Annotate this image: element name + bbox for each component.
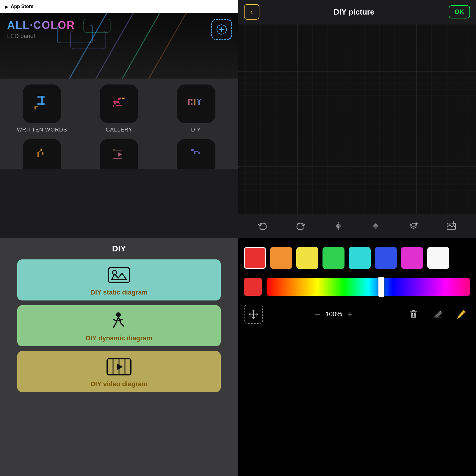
svg-rect-19 xyxy=(41,103,43,105)
diy-panel-title: DIY xyxy=(112,244,126,253)
swatch-magenta[interactable] xyxy=(401,247,423,269)
swatch-red[interactable] xyxy=(244,247,266,269)
swatch-white[interactable] xyxy=(427,247,449,269)
svg-rect-37 xyxy=(124,98,125,99)
icon-clock[interactable] xyxy=(160,139,232,169)
svg-rect-39 xyxy=(118,98,120,100)
color-swatches xyxy=(244,244,470,272)
svg-rect-55 xyxy=(198,103,200,105)
diy-static-icon xyxy=(107,265,131,286)
import-button[interactable] xyxy=(444,218,459,234)
svg-rect-71 xyxy=(197,151,198,152)
eraser-button[interactable] xyxy=(428,305,446,323)
diy-dynamic-label: DIY dynamic diagram xyxy=(86,334,152,342)
layers-button[interactable] xyxy=(406,218,421,234)
wifi-icon: ▶ xyxy=(5,4,8,10)
partial-icons-grid xyxy=(0,139,238,169)
icon-gallery-label: GALLERY xyxy=(106,127,132,133)
redo-button[interactable] xyxy=(293,218,308,234)
svg-rect-66 xyxy=(191,149,192,151)
svg-rect-33 xyxy=(120,105,122,106)
svg-rect-42 xyxy=(188,102,190,103)
zoom-in-button[interactable]: + xyxy=(347,309,353,320)
status-bar: ▶ App Store xyxy=(0,0,238,13)
zoom-out-button[interactable]: − xyxy=(315,309,320,320)
svg-rect-14 xyxy=(41,98,43,99)
back-icon: ‹ xyxy=(250,7,253,17)
icon-written-words[interactable]: WRITTEN WORDS xyxy=(6,84,78,133)
swatch-green[interactable] xyxy=(322,247,345,269)
bottom-toolbar: − 100% + xyxy=(244,302,470,327)
delete-button[interactable] xyxy=(405,305,422,323)
svg-rect-49 xyxy=(194,102,195,103)
bottom-right-panel: − 100% + xyxy=(238,238,476,476)
svg-rect-54 xyxy=(198,102,200,103)
svg-rect-67 xyxy=(192,149,194,151)
svg-rect-13 xyxy=(43,96,45,98)
svg-rect-58 xyxy=(37,155,39,157)
svg-rect-59 xyxy=(39,151,40,152)
swatch-blue[interactable] xyxy=(375,247,397,269)
svg-rect-44 xyxy=(190,99,191,100)
pixel-canvas[interactable] xyxy=(238,24,476,214)
diy-video-icon xyxy=(106,356,132,377)
svg-rect-18 xyxy=(39,103,41,105)
svg-rect-51 xyxy=(197,99,198,100)
icon-gallery[interactable]: GALLERY xyxy=(83,84,155,133)
spectrum-handle[interactable] xyxy=(378,277,384,297)
spectrum-bar[interactable] xyxy=(267,278,470,296)
svg-rect-31 xyxy=(119,103,120,104)
svg-rect-41 xyxy=(188,100,190,102)
diy-static-option[interactable]: DIY static diagram xyxy=(17,259,221,300)
svg-rect-65 xyxy=(113,149,115,150)
swatch-yellow[interactable] xyxy=(296,247,318,269)
diy-dynamic-option[interactable]: DIY dynamic diagram xyxy=(17,305,221,346)
diy-dynamic-icon xyxy=(107,311,131,331)
flip-horizontal-button[interactable] xyxy=(331,218,346,234)
color-indicator xyxy=(244,278,262,296)
spacer xyxy=(244,333,470,470)
svg-rect-12 xyxy=(41,96,43,98)
pencil-button[interactable] xyxy=(452,305,470,323)
icon-video-image xyxy=(100,139,138,169)
svg-rect-72 xyxy=(198,152,200,154)
svg-rect-10 xyxy=(37,96,39,98)
icon-music-image xyxy=(23,139,61,169)
svg-rect-22 xyxy=(36,106,37,107)
icon-video[interactable] xyxy=(83,139,155,169)
icons-grid: WRITTEN WORDS xyxy=(0,79,238,139)
icon-music[interactable] xyxy=(6,139,78,169)
svg-rect-28 xyxy=(114,103,116,104)
svg-rect-57 xyxy=(37,154,39,155)
move-button[interactable] xyxy=(244,305,263,324)
svg-rect-15 xyxy=(41,99,43,101)
icon-diy-label: DIY xyxy=(191,127,201,133)
svg-rect-34 xyxy=(117,101,119,103)
svg-rect-62 xyxy=(42,154,43,155)
svg-rect-27 xyxy=(116,101,117,103)
svg-rect-38 xyxy=(113,101,116,103)
svg-rect-52 xyxy=(200,99,201,100)
svg-rect-30 xyxy=(117,105,119,106)
ok-button[interactable]: OK xyxy=(449,5,470,18)
pixel-grid[interactable] xyxy=(238,24,476,214)
diy-nav: ‹ DIY picture OK xyxy=(238,0,476,24)
svg-rect-69 xyxy=(194,152,195,154)
canvas-toolbar xyxy=(238,214,476,238)
back-button[interactable]: ‹ xyxy=(244,4,259,20)
swatch-cyan[interactable] xyxy=(349,247,371,269)
top-left-panel: ▶ App Store ALL·COLOR LED panel xyxy=(0,0,238,238)
icon-diy-image xyxy=(177,84,215,123)
app-logo-text: ALL·COLOR xyxy=(7,19,231,32)
swatch-orange[interactable] xyxy=(270,247,292,269)
svg-rect-53 xyxy=(198,100,200,102)
flip-vertical-button[interactable] xyxy=(368,218,383,234)
svg-marker-87 xyxy=(117,364,123,370)
svg-rect-80 xyxy=(109,268,129,283)
undo-button[interactable] xyxy=(255,218,270,234)
icon-diy[interactable]: DIY xyxy=(160,84,232,133)
app-subtitle: LED panel xyxy=(7,33,231,40)
top-right-panel: ‹ DIY picture OK xyxy=(238,0,476,238)
diy-video-option[interactable]: DIY video diagram xyxy=(17,351,221,392)
add-button[interactable] xyxy=(211,19,232,40)
